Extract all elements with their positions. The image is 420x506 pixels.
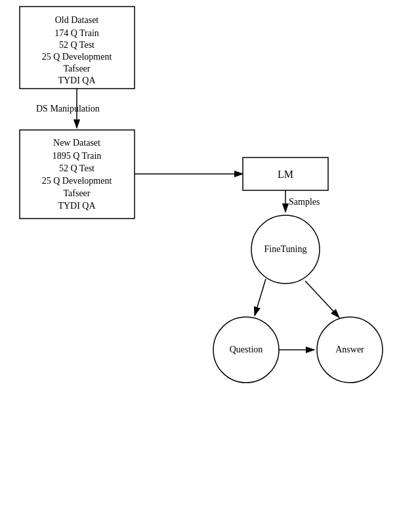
new-dataset-train: 1895 Q Train bbox=[52, 151, 102, 161]
lm-label: LM bbox=[278, 169, 293, 180]
old-dataset-label: Old Dataset bbox=[55, 15, 99, 25]
diagram-container: Old Dataset 174 Q Train 52 Q Test 25 Q D… bbox=[0, 0, 420, 506]
old-dataset-train: 174 Q Train bbox=[54, 28, 99, 38]
new-dataset-test: 52 Q Test bbox=[59, 163, 94, 173]
new-dataset-tydi: TYDI QA bbox=[58, 201, 96, 211]
old-dataset-dev: 25 Q Development bbox=[42, 52, 112, 62]
answer-label: Answer bbox=[335, 345, 364, 354]
new-dataset-tafseer: Tafseer bbox=[64, 188, 91, 198]
finetuning-to-question-arrow bbox=[255, 279, 266, 316]
samples-label: Samples bbox=[289, 197, 320, 207]
new-dataset-label: New Dataset bbox=[53, 138, 100, 148]
finetuning-label: FineTuning bbox=[264, 244, 307, 254]
question-label: Question bbox=[230, 345, 263, 354]
old-dataset-test: 52 Q Test bbox=[59, 40, 94, 50]
old-dataset-tafseer: Tafseer bbox=[64, 64, 91, 74]
old-dataset-tydi: TYDI QA bbox=[58, 75, 96, 85]
ds-manipulation-label: DS Manipulation bbox=[36, 104, 100, 114]
finetuning-to-answer-arrow bbox=[305, 281, 339, 318]
new-dataset-dev: 25 Q Development bbox=[42, 176, 112, 186]
